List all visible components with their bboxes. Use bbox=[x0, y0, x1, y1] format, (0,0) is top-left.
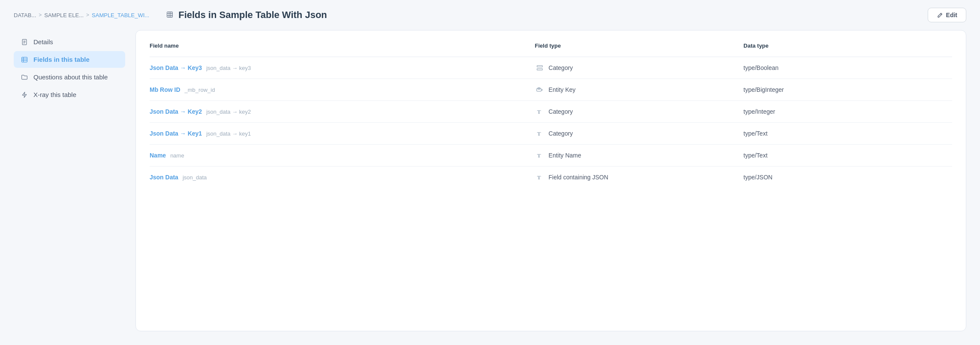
table-row: Name name T Entity Name type/Text bbox=[150, 145, 952, 166]
sidebar-item-details-label: Details bbox=[33, 38, 53, 45]
field-name-cell-5: Json Data json_data bbox=[150, 166, 535, 188]
sidebar-item-fields[interactable]: Fields in this table bbox=[14, 51, 125, 68]
table-header-row: Field name Field type Data type bbox=[150, 42, 952, 57]
svg-rect-9 bbox=[22, 57, 27, 62]
breadcrumb-item-2[interactable]: SAMPLE ELE... bbox=[44, 12, 84, 18]
field-name-cell-4: Name name bbox=[150, 145, 535, 166]
svg-text:T: T bbox=[537, 152, 541, 159]
sidebar: Details Fields in this table bbox=[14, 30, 125, 331]
field-type-icon-4: T bbox=[535, 151, 544, 159]
svg-rect-14 bbox=[537, 69, 542, 70]
svg-text:T: T bbox=[537, 130, 541, 137]
field-name-sub-1: _mb_row_id bbox=[185, 87, 215, 93]
svg-text:T: T bbox=[537, 109, 541, 115]
document-icon bbox=[21, 39, 28, 45]
page-title: Fields in Sample Table With Json bbox=[178, 9, 327, 21]
svg-rect-15 bbox=[536, 88, 541, 91]
data-type-cell-0: type/Boolean bbox=[743, 57, 952, 79]
field-type-cell-2: T Category bbox=[535, 101, 744, 123]
page-title-area: Fields in Sample Table With Json bbox=[166, 9, 927, 21]
sidebar-item-details[interactable]: Details bbox=[14, 33, 125, 50]
field-name-sub-2: json_data → key2 bbox=[206, 109, 251, 115]
field-name-main-2[interactable]: Json Data → Key2 bbox=[150, 108, 202, 115]
field-name-main-0[interactable]: Json Data → Key3 bbox=[150, 64, 202, 71]
data-type-cell-2: type/Integer bbox=[743, 101, 952, 123]
th-field-type: Field type bbox=[535, 42, 744, 57]
field-type-cell-5: T Field containing JSON bbox=[535, 166, 744, 188]
pencil-icon bbox=[937, 12, 943, 18]
field-type-icon-5: T bbox=[535, 173, 544, 181]
table-row: Json Data → Key2 json_data → key2 T Cate… bbox=[150, 101, 952, 123]
field-type-cell-3: T Category bbox=[535, 123, 744, 145]
field-name-main-4[interactable]: Name bbox=[150, 152, 166, 159]
table-row: Json Data → Key3 json_data → key3 Catego… bbox=[150, 57, 952, 79]
field-name-cell-0: Json Data → Key3 json_data → key3 bbox=[150, 57, 535, 79]
th-field-name: Field name bbox=[150, 42, 535, 57]
svg-rect-0 bbox=[167, 12, 173, 18]
main-layout: Details Fields in this table bbox=[0, 30, 980, 345]
breadcrumb-item-3[interactable]: SAMPLE_TABLE_WI... bbox=[92, 12, 149, 18]
sidebar-item-fields-label: Fields in this table bbox=[33, 56, 90, 63]
field-name-main-3[interactable]: Json Data → Key1 bbox=[150, 130, 202, 137]
field-type-label-4: Entity Name bbox=[549, 152, 581, 159]
edit-label: Edit bbox=[946, 12, 957, 18]
breadcrumb-item-1[interactable]: DATAB... bbox=[14, 12, 36, 18]
field-name-sub-5: json_data bbox=[183, 174, 207, 181]
fields-table: Field name Field type Data type Json Dat… bbox=[150, 42, 952, 188]
field-type-cell-4: T Entity Name bbox=[535, 145, 744, 166]
field-type-cell-0: Category bbox=[535, 57, 744, 79]
fields-table-icon bbox=[21, 56, 28, 63]
data-type-cell-4: type/Text bbox=[743, 145, 952, 166]
field-type-cell-1: Entity Key bbox=[535, 79, 744, 101]
field-type-icon-0 bbox=[535, 64, 544, 72]
data-type-cell-5: type/JSON bbox=[743, 166, 952, 188]
field-type-label-2: Category bbox=[549, 108, 573, 115]
svg-rect-13 bbox=[537, 66, 542, 67]
field-type-icon-2: T bbox=[535, 108, 544, 115]
field-name-cell-2: Json Data → Key2 json_data → key2 bbox=[150, 101, 535, 123]
svg-text:T: T bbox=[537, 174, 541, 181]
top-area: DATAB... > SAMPLE ELE... > SAMPLE_TABLE_… bbox=[0, 0, 980, 30]
folder-icon bbox=[21, 74, 28, 81]
data-type-cell-1: type/BigInteger bbox=[743, 79, 952, 101]
field-type-label-3: Category bbox=[549, 130, 573, 137]
table-row: Json Data json_data T Field containing J… bbox=[150, 166, 952, 188]
sidebar-item-xray[interactable]: X-ray this table bbox=[14, 86, 125, 103]
field-name-sub-3: json_data → key1 bbox=[206, 130, 251, 137]
sidebar-item-xray-label: X-ray this table bbox=[33, 91, 76, 98]
table-row: Mb Row ID _mb_row_id Entity Key type/Big… bbox=[150, 79, 952, 101]
sidebar-item-questions[interactable]: Questions about this table bbox=[14, 69, 125, 85]
data-type-cell-3: type/Text bbox=[743, 123, 952, 145]
field-type-label-1: Entity Key bbox=[549, 86, 576, 93]
breadcrumb-sep-1: > bbox=[39, 12, 42, 18]
app-container: DATAB... > SAMPLE ELE... > SAMPLE_TABLE_… bbox=[0, 0, 980, 345]
field-name-sub-0: json_data → key3 bbox=[206, 65, 251, 71]
field-type-label-5: Field containing JSON bbox=[549, 174, 608, 181]
field-name-cell-1: Mb Row ID _mb_row_id bbox=[150, 79, 535, 101]
field-name-main-1[interactable]: Mb Row ID bbox=[150, 86, 180, 93]
breadcrumb-sep-2: > bbox=[86, 12, 89, 18]
field-name-sub-4: name bbox=[170, 152, 184, 159]
table-row: Json Data → Key1 json_data → key1 T Cate… bbox=[150, 123, 952, 145]
field-type-icon-1 bbox=[535, 86, 544, 94]
th-data-type: Data type bbox=[743, 42, 952, 57]
lightning-icon bbox=[21, 91, 28, 98]
main-content: Field name Field type Data type Json Dat… bbox=[135, 30, 966, 331]
edit-button[interactable]: Edit bbox=[928, 8, 966, 22]
field-name-main-5[interactable]: Json Data bbox=[150, 174, 178, 181]
field-type-icon-3: T bbox=[535, 130, 544, 137]
field-type-label-0: Category bbox=[549, 64, 573, 71]
sidebar-item-questions-label: Questions about this table bbox=[33, 73, 108, 81]
table-icon bbox=[166, 9, 173, 21]
field-name-cell-3: Json Data → Key1 json_data → key1 bbox=[150, 123, 535, 145]
breadcrumb: DATAB... > SAMPLE ELE... > SAMPLE_TABLE_… bbox=[14, 12, 149, 18]
